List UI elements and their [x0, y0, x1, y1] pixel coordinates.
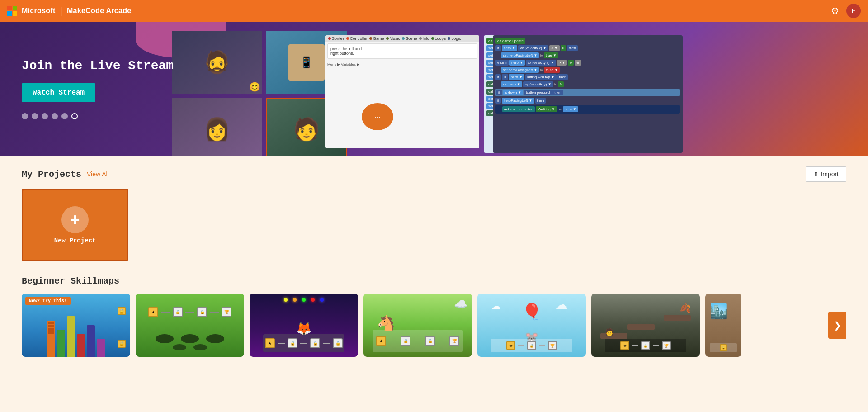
new-project-plus-icon: + — [61, 206, 89, 233]
hero-dot-6[interactable] — [71, 113, 78, 119]
hero-title: Join the Live Stream — [22, 58, 174, 74]
skillmap-card-2[interactable]: ★ 🔒 🔒 🏆 — [136, 294, 244, 357]
skillmaps-title: Beginner Skillmaps — [22, 276, 846, 286]
skillmap-card-3[interactable]: ★ 🔒 🔒 🔒 🦊 — [250, 294, 358, 357]
skillmap-card-5[interactable]: ☁ ☁ 🎈 🐭 ★ 🔒 🏆 — [477, 294, 586, 357]
app-header: Microsoft | MakeCode Arcade ⚙ F — [0, 0, 868, 22]
avatar[interactable]: F — [846, 4, 861, 18]
my-projects-section: My Projects View All ⬆ Import + New Proj… — [0, 156, 868, 272]
video-cell-bottomleft: 👩 — [172, 98, 262, 156]
import-button[interactable]: ⬆ Import — [806, 166, 846, 182]
projects-header-left: My Projects View All — [22, 169, 109, 180]
projects-grid: + New Project — [22, 189, 846, 261]
skillmap-card-6[interactable]: 🍂 🧑 ★ 🔒 🏆 — [591, 294, 700, 357]
code-panel-right: on game update if hero ▼ vx (velocity x)… — [493, 35, 683, 153]
microsoft-logo-icon — [7, 6, 17, 16]
hero-content: Join the Live Stream Watch Stream — [22, 58, 174, 119]
view-all-link[interactable]: View All — [87, 170, 109, 178]
hero-video-grid: 🧔 😊 📱 👩 🧑 — [172, 31, 347, 156]
projects-title: My Projects — [22, 169, 81, 180]
watch-stream-button[interactable]: Watch Stream — [22, 83, 95, 102]
code-menu: Sprites Controller Game Music Scene Info… — [326, 35, 479, 42]
logo-area: Microsoft | MakeCode Arcade — [7, 6, 826, 16]
speech-bubble: ··· — [362, 103, 393, 130]
skillmaps-carousel-wrapper: New? Try This! 🔒 — [22, 294, 846, 357]
settings-icon[interactable]: ⚙ — [831, 5, 839, 16]
video-emoji-1: 😊 — [249, 81, 260, 92]
hero-carousel-dots — [22, 113, 174, 119]
new-badge: New? Try This! — [25, 297, 71, 305]
hero-dot-4[interactable] — [52, 113, 58, 119]
hero-banner: Join the Live Stream Watch Stream 🧔 😊 📱 … — [0, 22, 868, 156]
hero-dot-5[interactable] — [61, 113, 68, 119]
person-silhouette-2: 👩 — [172, 98, 262, 156]
hero-dot-3[interactable] — [42, 113, 48, 119]
hero-dot-1[interactable] — [22, 113, 28, 119]
video-cell-topleft: 🧔 😊 — [172, 31, 262, 94]
skillmaps-section: Beginner Skillmaps New? Try This! — [0, 272, 868, 368]
projects-header: My Projects View All ⬆ Import — [22, 166, 846, 182]
code-panel-left: Sprites Controller Game Music Scene Info… — [326, 35, 479, 148]
skillmaps-grid: New? Try This! 🔒 — [22, 294, 846, 357]
skillmap-card-7[interactable]: 🏙️ 🔒 — [705, 294, 741, 357]
new-project-label: New Project — [54, 237, 96, 244]
new-project-card[interactable]: + New Project — [22, 189, 128, 261]
microsoft-label: Microsoft — [22, 7, 56, 15]
skillmaps-carousel-next-button[interactable]: ❯ — [828, 312, 846, 339]
skillmap-card-4[interactable]: ★ 🔒 🔒 🏆 🐴 ☁️ — [363, 294, 472, 357]
app-name: MakeCode Arcade — [67, 7, 132, 15]
skillmap-card-1[interactable]: New? Try This! 🔒 — [22, 294, 130, 357]
header-separator: | — [60, 6, 62, 16]
header-actions: ⚙ F — [831, 4, 861, 18]
hero-dot-2[interactable] — [32, 113, 38, 119]
person-silhouette-1: 🧔 — [172, 31, 262, 94]
